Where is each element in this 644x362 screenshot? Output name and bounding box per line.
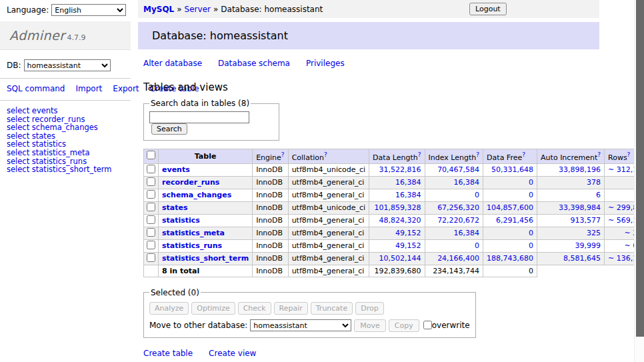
index-length-link[interactable]: 0: [475, 191, 479, 199]
row-checkbox[interactable]: [147, 215, 155, 224]
data-free-link[interactable]: 0: [529, 191, 533, 199]
db-select[interactable]: homeassistant: [24, 59, 111, 71]
selected-legend: Selected (0): [149, 288, 201, 297]
data-length-link[interactable]: 31,522,816: [379, 165, 421, 174]
auto-increment-link[interactable]: 39,999: [575, 241, 601, 250]
index-length-link[interactable]: 72,220,672: [437, 216, 479, 225]
row-checkbox[interactable]: [147, 228, 155, 237]
move-button[interactable]: Move: [354, 319, 386, 332]
row-checkbox[interactable]: [147, 165, 155, 173]
check-button[interactable]: Check: [238, 302, 271, 315]
table-link-recorder-runs[interactable]: recorder_runs: [162, 178, 219, 187]
data-length-link[interactable]: 49,152: [395, 241, 421, 250]
table-link-events[interactable]: events: [162, 165, 190, 174]
repair-button[interactable]: Repair: [274, 302, 308, 315]
truncate-button[interactable]: Truncate: [311, 302, 353, 315]
database-schema-link[interactable]: Database schema: [218, 59, 290, 68]
auto-increment-link[interactable]: 325: [587, 229, 601, 237]
auto-increment-link[interactable]: 33,898,196: [559, 165, 601, 174]
column-help-link[interactable]: ?: [476, 151, 479, 158]
drop-button[interactable]: Drop: [355, 302, 383, 315]
auto-increment-link[interactable]: 913,577: [571, 216, 601, 225]
auto-increment-link[interactable]: 6: [596, 191, 601, 199]
index-length-link[interactable]: 67,256,320: [437, 203, 479, 212]
column-help-link[interactable]: ?: [281, 151, 285, 158]
table-link-statistics-runs[interactable]: statistics_runs: [162, 241, 222, 250]
index-length-link[interactable]: 16,384: [454, 178, 480, 187]
data-free-link[interactable]: 6,291,456: [496, 216, 533, 225]
row-checkbox[interactable]: [147, 241, 155, 249]
index-length-link[interactable]: 24,166,400: [437, 254, 479, 263]
data-length-link[interactable]: 16,384: [395, 191, 421, 199]
optimize-button[interactable]: Optimize: [191, 302, 235, 315]
row-checkbox[interactable]: [147, 177, 155, 186]
table-link-statistics[interactable]: statistics: [162, 216, 200, 225]
logout-button[interactable]: Logout: [469, 3, 507, 15]
col-header-label: Data Length: [373, 153, 418, 162]
auto-increment-cell: 913,577: [537, 214, 605, 227]
data-length-cell: 49,152: [369, 227, 425, 239]
scrollbar-thumb[interactable]: [636, 0, 644, 337]
data-length-link[interactable]: 49,152: [395, 229, 421, 237]
column-help-link[interactable]: ?: [418, 151, 421, 158]
table-name-cell: statistics: [159, 214, 253, 227]
sidebar-link-sql-command[interactable]: SQL command: [7, 84, 65, 93]
move-label: Move to other database:: [149, 321, 247, 330]
privileges-link[interactable]: Privileges: [306, 59, 345, 68]
collation-cell: utf8mb4_general_ci: [288, 252, 369, 265]
index-length-link[interactable]: 0: [475, 241, 479, 250]
auto-increment-link[interactable]: 33,398,984: [559, 203, 601, 212]
analyze-button[interactable]: Analyze: [149, 302, 189, 315]
data-free-link[interactable]: 50,331,648: [491, 165, 533, 174]
alter-database-link[interactable]: Alter database: [143, 59, 202, 68]
data-free-link[interactable]: 0: [529, 178, 533, 187]
data-free-link[interactable]: 0: [529, 229, 533, 237]
sidebar-link-import[interactable]: Import: [75, 84, 102, 93]
language-select[interactable]: English: [51, 4, 126, 16]
column-help-link[interactable]: ?: [522, 151, 525, 158]
column-help-link[interactable]: ?: [627, 151, 631, 158]
index-length-link[interactable]: 70,467,584: [437, 165, 479, 174]
data-free-link[interactable]: 188,743,680: [487, 254, 533, 263]
data-length-link[interactable]: 10,502,144: [379, 254, 421, 263]
column-help-link[interactable]: ?: [324, 151, 327, 158]
data-length-cell: 10,502,144: [369, 252, 425, 265]
table-link-states[interactable]: states: [162, 203, 188, 212]
table-link-schema-changes[interactable]: schema_changes: [162, 191, 231, 199]
data-length-link[interactable]: 48,824,320: [379, 216, 421, 225]
vertical-scrollbar[interactable]: [634, 0, 644, 362]
sidebar-table-link-select-statistics-short-term[interactable]: select statistics_short_term: [7, 165, 131, 174]
row-checkbox[interactable]: [147, 203, 155, 211]
table-link-statistics-short-term[interactable]: statistics_short_term: [162, 254, 249, 263]
table-link-statistics-meta[interactable]: statistics_meta: [162, 229, 225, 237]
data-free-cell: 0: [483, 239, 537, 252]
index-length-cell: 67,256,320: [425, 201, 483, 214]
column-help-link[interactable]: ?: [597, 151, 601, 158]
row-checkbox[interactable]: [147, 190, 155, 199]
data-free-link[interactable]: 104,857,600: [487, 203, 533, 212]
sidebar-table-link-select-statistics-meta[interactable]: select statistics_meta: [7, 149, 131, 157]
db-row: DB:homeassistant: [0, 50, 131, 78]
breadcrumb-item-mysql[interactable]: MySQL: [143, 5, 174, 14]
index-length-link[interactable]: 16,384: [454, 229, 480, 237]
create-view-link[interactable]: Create view: [209, 349, 256, 358]
data-length-link[interactable]: 16,384: [395, 178, 421, 187]
create-table-link[interactable]: Create table: [143, 349, 193, 358]
sidebar-link-export[interactable]: Export: [113, 84, 139, 93]
sidebar-table-link-select-events[interactable]: select events: [7, 107, 131, 115]
search-input[interactable]: [149, 111, 249, 123]
check-all-checkbox[interactable]: [147, 151, 155, 159]
overwrite-checkbox[interactable]: [423, 321, 432, 329]
copy-button[interactable]: Copy: [389, 319, 419, 332]
auto-increment-link[interactable]: 8,581,645: [563, 254, 601, 263]
search-button[interactable]: Search: [151, 123, 187, 135]
data-length-link[interactable]: 101,859,328: [375, 203, 421, 212]
col-header-label: Rows: [608, 153, 627, 162]
row-checkbox[interactable]: [147, 253, 155, 262]
tables-table: TableEngine?Collation?Data Length?Index …: [143, 149, 644, 277]
auto-increment-link[interactable]: 378: [587, 178, 601, 187]
sidebar-table-link-select-schema-changes[interactable]: select schema_changes: [7, 123, 131, 132]
move-db-select[interactable]: homeassistant: [250, 319, 351, 331]
breadcrumb-item-server[interactable]: Server: [185, 5, 211, 14]
data-free-link[interactable]: 0: [529, 241, 533, 250]
